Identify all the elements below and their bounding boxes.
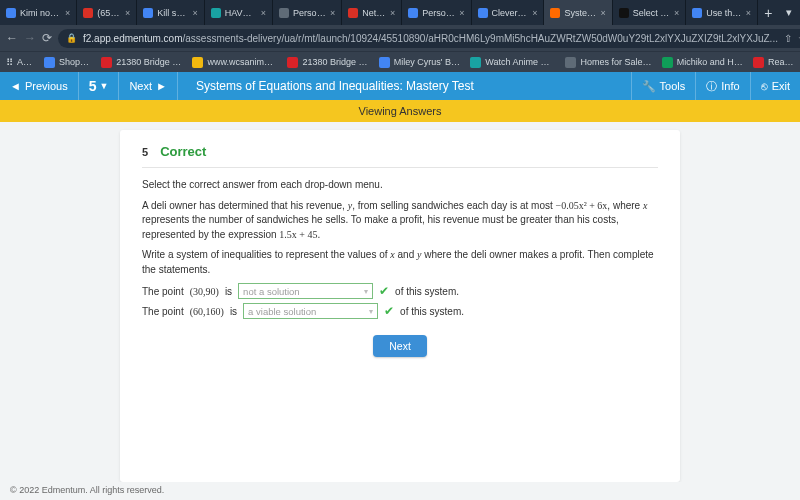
favicon [6,8,16,18]
tools-label: Tools [660,80,686,92]
answer-row-1: The point (30,90) is not a solution ▾ ✔ … [142,283,658,299]
favicon [565,57,576,68]
browser-tab[interactable]: Systems× [544,0,612,25]
nav-forward-button[interactable]: → [24,31,36,45]
bookmark-label: www.wcsanimeclu... [207,57,277,67]
tab-close-icon[interactable]: × [65,8,70,18]
favicon [143,8,153,18]
check-icon: ✔ [384,304,394,318]
bookmark-item[interactable]: Watch Anime Engl... [470,57,555,68]
favicon [619,8,629,18]
question-selector[interactable]: 5 ▼ [79,78,119,94]
browser-tab[interactable]: (65) H× [77,0,137,25]
lock-icon: 🔒 [66,33,77,43]
tab-label: Netflix [362,8,386,18]
browser-toolbar: ← → ⟳ 🔒 f2.app.edmentum.com/assessments-… [0,25,800,51]
browser-tab[interactable]: Select the× [613,0,687,25]
nav-reload-button[interactable]: ⟳ [42,31,52,45]
app-nav-bar: ◄ Previous 5 ▼ Next ► Systems of Equatio… [0,72,800,100]
favicon [478,8,488,18]
bookmark-label: Shopping [59,57,91,67]
browser-tab[interactable]: Kill seve× [137,0,204,25]
share-icon[interactable]: ⇧ [784,33,792,44]
tab-close-icon[interactable]: × [600,8,605,18]
favicon [44,57,55,68]
bookmark-label: Miley Cyrus' Blue... [394,57,461,67]
tab-label: Select the [633,8,670,18]
chevron-right-icon: ► [156,80,167,92]
question-instruction: Select the correct answer from each drop… [142,178,658,193]
tab-close-icon[interactable]: × [192,8,197,18]
exit-button[interactable]: ⎋ Exit [751,72,800,100]
point-2: (60,160) [190,306,224,317]
bookmark-label: Watch Anime Engl... [485,57,555,67]
tab-label: Personal [293,8,326,18]
question-status: Correct [160,144,206,159]
favicon [470,57,481,68]
browser-tab[interactable]: Personal× [402,0,471,25]
browser-tab-strip: Kimi no Na×(65) H×Kill seve×HAVSTA×Perso… [0,0,800,25]
tab-close-icon[interactable]: × [674,8,679,18]
chevron-down-icon: ▾ [369,307,373,316]
favicon [550,8,560,18]
question-body-2: Write a system of inequalities to repres… [142,248,658,277]
info-button[interactable]: ⓘ Info [696,72,749,100]
browser-tab[interactable]: Netflix× [342,0,402,25]
bookmark-item[interactable]: Miley Cyrus' Blue... [379,57,461,68]
bookmark-item[interactable]: Michiko and Hatc... [662,57,743,68]
tools-button[interactable]: 🔧 Tools [632,72,696,100]
next-button[interactable]: Next ► [119,72,177,100]
url-text: f2.app.edmentum.com/assessments-delivery… [83,33,778,44]
bookmark-item[interactable]: Shopping [44,57,91,68]
content-stage: 5 Correct Select the correct answer from… [0,122,800,482]
favicon [408,8,418,18]
browser-tab[interactable]: Use the s× [686,0,758,25]
bookmark-item[interactable]: 21380 Bridge Vie... [101,57,182,68]
tab-close-icon[interactable]: × [532,8,537,18]
bookmark-item[interactable]: 21380 Bridge Vie... [287,57,368,68]
new-tab-button[interactable]: + [758,0,779,25]
tab-label: Kill seve [157,8,188,18]
banner-text: Viewing Answers [359,105,442,117]
favicon [279,8,289,18]
chevron-left-icon: ◄ [10,80,21,92]
tab-close-icon[interactable]: × [390,8,395,18]
favicon [211,8,221,18]
tab-label: HAVSTA [225,8,257,18]
bookmark-label: Homes for Sale, M... [580,57,651,67]
exit-icon: ⎋ [761,80,768,92]
favicon [101,57,112,68]
tab-label: Systems [564,8,596,18]
next-question-button[interactable]: Next [373,335,427,357]
tab-close-icon[interactable]: × [459,8,464,18]
previous-button[interactable]: ◄ Previous [0,72,78,100]
bookmark-item[interactable]: Homes for Sale, M... [565,57,651,68]
next-label: Next [129,80,152,92]
favicon [348,8,358,18]
apps-button[interactable]: ⠿Apps [6,57,34,68]
previous-label: Previous [25,80,68,92]
tab-label: Personal [422,8,455,18]
browser-tab[interactable]: Personal× [273,0,342,25]
favicon [379,57,390,68]
tab-close-icon[interactable]: × [746,8,751,18]
browser-tab[interactable]: Kimi no Na× [0,0,77,25]
tab-overflow-button[interactable]: ▾ [779,0,800,25]
nav-back-button[interactable]: ← [6,31,18,45]
bookmark-label: Realtor. [768,57,794,67]
dropdown-1[interactable]: not a solution ▾ [238,283,373,299]
tab-close-icon[interactable]: × [330,8,335,18]
chevron-down-icon: ▼ [99,81,108,91]
point-1: (30,90) [190,286,219,297]
dropdown-2[interactable]: a viable solution ▾ [243,303,378,319]
bookmark-item[interactable]: www.wcsanimeclu... [192,57,277,68]
browser-tab[interactable]: HAVSTA× [205,0,273,25]
bookmark-item[interactable]: Realtor. [753,57,794,68]
tab-close-icon[interactable]: × [261,8,266,18]
bookmark-label: Michiko and Hatc... [677,57,743,67]
tab-close-icon[interactable]: × [125,8,130,18]
browser-tab[interactable]: Clever | P× [472,0,545,25]
check-icon: ✔ [379,284,389,298]
address-bar[interactable]: 🔒 f2.app.edmentum.com/assessments-delive… [58,29,800,48]
tab-label: (65) H [97,8,121,18]
